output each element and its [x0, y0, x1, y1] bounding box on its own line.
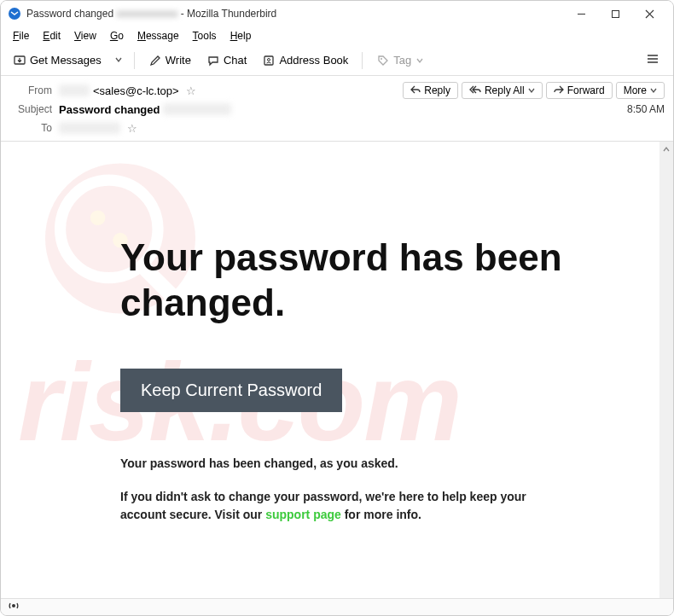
menu-help[interactable]: Help: [225, 28, 257, 44]
reply-all-icon: [469, 84, 481, 96]
email-body-text: Your password has been changed, as you a…: [120, 455, 564, 524]
get-messages-dropdown[interactable]: [112, 55, 125, 65]
window-titlebar: Password changed xxxxxxxxxxxx - Mozilla …: [1, 1, 673, 26]
subject-value: Password changed: [59, 103, 160, 116]
connection-icon: [8, 600, 20, 614]
window-close-button[interactable]: [632, 1, 666, 26]
svg-rect-2: [612, 10, 619, 17]
to-redacted: [59, 122, 120, 134]
download-icon: [13, 54, 26, 67]
write-button[interactable]: Write: [143, 51, 196, 70]
tag-button[interactable]: Tag: [371, 51, 428, 70]
svg-point-8: [381, 58, 382, 60]
forward-button[interactable]: Forward: [546, 82, 613, 99]
menu-go[interactable]: Go: [105, 28, 129, 44]
chat-label: Chat: [224, 54, 247, 67]
tag-icon: [376, 54, 390, 67]
get-messages-button[interactable]: Get Messages: [8, 51, 107, 70]
reply-all-button[interactable]: Reply All: [462, 82, 543, 99]
subject-redacted: [163, 103, 231, 115]
svg-point-7: [268, 58, 270, 61]
from-name-redacted: [59, 84, 90, 96]
reply-button[interactable]: Reply: [403, 82, 458, 99]
message-header: From <sales@c-lc.top> ☆ Reply Reply All …: [1, 76, 673, 142]
menubar: File Edit View Go Message Tools Help: [1, 26, 673, 45]
message-body: risk.com Your password has been changed.…: [1, 142, 673, 602]
toolbar: Get Messages Write Chat Address Book Tag: [1, 45, 673, 76]
menu-tools[interactable]: Tools: [188, 28, 222, 44]
window-title: Password changed xxxxxxxxxxxx - Mozilla …: [26, 8, 564, 20]
support-page-link[interactable]: support page: [265, 508, 341, 521]
svg-point-17: [12, 604, 15, 607]
email-headline: Your password has been changed.: [120, 235, 639, 326]
chat-icon: [206, 54, 220, 67]
chat-button[interactable]: Chat: [201, 51, 252, 70]
pencil-icon: [148, 54, 162, 67]
menu-message[interactable]: Message: [132, 28, 184, 44]
app-icon: [8, 7, 21, 20]
write-label: Write: [166, 54, 191, 67]
reply-label: Reply: [424, 84, 450, 96]
statusbar: [1, 598, 673, 615]
body-line-2: If you didn't ask to change your passwor…: [120, 488, 564, 524]
from-label: From: [9, 84, 52, 96]
toolbar-separator: [134, 52, 135, 69]
get-messages-label: Get Messages: [30, 54, 102, 67]
title-redacted: xxxxxxxxxxxx: [116, 8, 177, 20]
message-time: 8:50 AM: [627, 103, 665, 115]
to-star-icon[interactable]: ☆: [127, 122, 137, 135]
title-prefix: Password changed: [26, 8, 113, 20]
from-star-icon[interactable]: ☆: [186, 84, 196, 97]
subject-label: Subject: [9, 103, 52, 115]
reply-all-label: Reply All: [485, 84, 525, 96]
menu-edit[interactable]: Edit: [38, 28, 66, 44]
tag-label: Tag: [393, 54, 411, 67]
menu-view[interactable]: View: [69, 28, 102, 44]
body-line-1: Your password has been changed, as you a…: [120, 455, 564, 473]
reply-icon: [410, 84, 421, 96]
window-minimize-button[interactable]: [564, 1, 598, 26]
app-menu-button[interactable]: [639, 49, 666, 72]
title-suffix: - Mozilla Thunderbird: [181, 8, 277, 20]
address-book-button[interactable]: Address Book: [257, 51, 353, 70]
forward-label: Forward: [567, 84, 605, 96]
more-button[interactable]: More: [616, 82, 665, 99]
address-book-label: Address Book: [279, 54, 348, 67]
menu-file[interactable]: File: [8, 28, 34, 44]
hamburger-icon: [646, 52, 659, 66]
keep-password-button[interactable]: Keep Current Password: [120, 369, 342, 412]
message-body-container: risk.com Your password has been changed.…: [1, 142, 673, 602]
window-maximize-button[interactable]: [598, 1, 632, 26]
address-book-icon: [262, 54, 276, 67]
svg-point-0: [9, 8, 20, 20]
to-label: To: [9, 122, 52, 134]
toolbar-separator-2: [362, 52, 363, 69]
more-label: More: [624, 84, 647, 96]
forward-icon: [554, 84, 564, 96]
from-address: <sales@c-lc.top>: [93, 84, 179, 97]
